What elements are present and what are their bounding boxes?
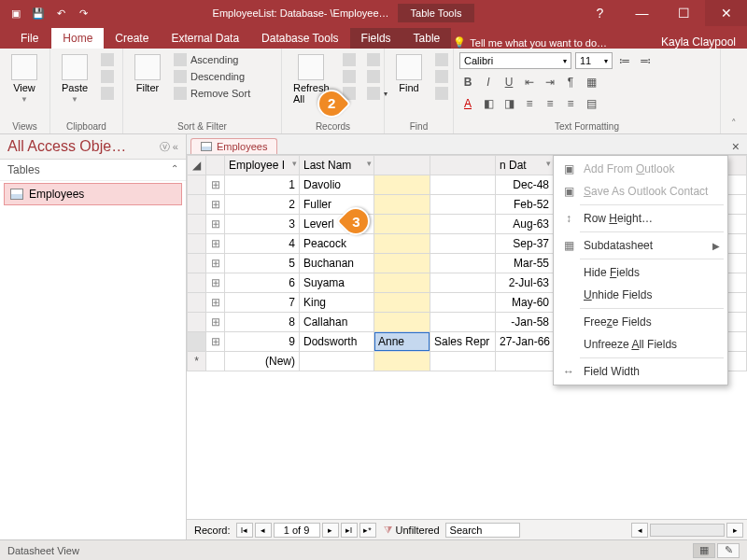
- tab-home[interactable]: Home: [51, 28, 104, 49]
- align-center-button[interactable]: ≡: [542, 95, 558, 112]
- gridlines-button[interactable]: ▦: [583, 74, 599, 91]
- close-button[interactable]: ✕: [705, 0, 747, 26]
- menu-unhide-fields[interactable]: Unhide Fields: [554, 284, 727, 306]
- underline-button[interactable]: U: [500, 74, 517, 91]
- design-view-button[interactable]: ✎: [717, 543, 740, 558]
- replace-button[interactable]: [431, 52, 452, 67]
- menu-unfreeze-fields[interactable]: Unfreeze All Fields: [554, 333, 727, 356]
- menu-row-height[interactable]: ↕Row Height…: [554, 207, 727, 230]
- paste-icon: [62, 54, 88, 80]
- col-last-name[interactable]: Last Nam▾: [300, 156, 374, 175]
- account-name[interactable]: Kayla Claypool: [661, 35, 747, 49]
- cut-icon: [101, 53, 114, 66]
- col-hidden2[interactable]: [430, 156, 496, 175]
- select-button[interactable]: [431, 86, 452, 101]
- find-button[interactable]: Find: [390, 52, 428, 95]
- nav-header[interactable]: All Access Obje… ⓥ «: [0, 134, 186, 160]
- row-height-icon: ↕: [561, 211, 576, 226]
- object-tab-employees[interactable]: Employees: [190, 138, 277, 154]
- view-button[interactable]: View▼: [6, 52, 43, 105]
- tell-me[interactable]: 💡Tell me what you want to do…: [453, 36, 607, 49]
- copy-icon: [101, 70, 114, 83]
- format-painter-button[interactable]: [97, 86, 118, 101]
- record-label: Record:: [190, 525, 234, 536]
- restore-button[interactable]: ☐: [663, 0, 705, 26]
- copy-button[interactable]: [97, 69, 118, 84]
- record-position-input[interactable]: [274, 523, 320, 538]
- font-size-selector[interactable]: 11▾: [575, 52, 613, 69]
- tab-external-data[interactable]: External Data: [160, 28, 250, 49]
- help-button[interactable]: ?: [579, 0, 621, 26]
- refresh-icon: [298, 54, 324, 80]
- col-hidden1[interactable]: [374, 156, 430, 175]
- filter-button[interactable]: Filter: [129, 52, 166, 95]
- save-record-button[interactable]: [339, 69, 359, 84]
- sort-desc-button[interactable]: Descending: [170, 69, 254, 84]
- italic-button[interactable]: I: [480, 74, 497, 91]
- menu-field-width[interactable]: ↔Field Width: [554, 360, 727, 383]
- next-record-button[interactable]: ▸: [322, 523, 339, 538]
- table-icon: [10, 189, 23, 200]
- hscrollbar[interactable]: [650, 524, 725, 537]
- fill-color-button[interactable]: ◧: [480, 95, 497, 112]
- funnel-icon: ⧩: [384, 524, 392, 536]
- first-record-button[interactable]: I◂: [236, 523, 253, 538]
- collapse-ribbon-button[interactable]: ˄: [721, 49, 747, 133]
- row-color-button[interactable]: ▤: [583, 95, 599, 112]
- tab-table[interactable]: Table: [402, 28, 452, 49]
- expand-col[interactable]: [206, 156, 225, 175]
- prev-record-button[interactable]: ◂: [255, 523, 272, 538]
- tab-fields[interactable]: Fields: [350, 28, 402, 49]
- hscroll-right[interactable]: ▸: [726, 523, 743, 538]
- menu-freeze-fields[interactable]: Freeze Fields: [554, 311, 727, 333]
- tab-database-tools[interactable]: Database Tools: [250, 28, 350, 49]
- last-record-button[interactable]: ▸I: [341, 523, 358, 538]
- save-icon[interactable]: 💾: [32, 7, 45, 20]
- remove-sort-button[interactable]: Remove Sort: [170, 86, 254, 101]
- menu-subdatasheet[interactable]: ▦Subdatasheet▶: [554, 234, 727, 257]
- indent-inc-button[interactable]: ⇥: [542, 74, 558, 91]
- col-birth-date[interactable]: n Dat▾: [496, 156, 554, 175]
- indent-dec-button[interactable]: ⇤: [521, 74, 538, 91]
- nav-item-employees[interactable]: Employees: [4, 183, 182, 205]
- align-right-button[interactable]: ≡: [562, 95, 579, 112]
- status-bar: Datasheet View ▦ ✎: [0, 539, 747, 560]
- brush-icon: [101, 87, 114, 100]
- new-icon: [343, 53, 356, 66]
- hscroll-left[interactable]: ◂: [631, 523, 648, 538]
- filter-icon: [134, 54, 161, 80]
- align-left-button[interactable]: ≡: [521, 95, 538, 112]
- new-record-nav-button[interactable]: ▸*: [359, 523, 376, 538]
- menu-hide-fields[interactable]: Hide Fields: [554, 261, 727, 284]
- numbering-button[interactable]: ≕: [637, 52, 654, 69]
- new-record-button[interactable]: [339, 52, 359, 67]
- group-sort-filter: Sort & Filter: [129, 119, 275, 132]
- more-icon: [367, 87, 380, 100]
- datasheet-view-button[interactable]: ▦: [693, 543, 715, 558]
- search-box[interactable]: Search: [445, 523, 520, 538]
- minimize-button[interactable]: —: [621, 0, 663, 26]
- bold-button[interactable]: B: [459, 74, 476, 91]
- nav-section-tables[interactable]: Tables⌃: [0, 160, 186, 181]
- font-selector[interactable]: Calibri▾: [459, 52, 571, 69]
- find-icon: [396, 54, 422, 80]
- undo-icon[interactable]: ↶: [54, 7, 67, 20]
- record-navigator: Record: I◂ ◂ ▸ ▸I ▸* ⧩Unfiltered Search …: [187, 519, 747, 539]
- goto-button[interactable]: [431, 69, 452, 84]
- tab-create[interactable]: Create: [104, 28, 160, 49]
- paste-button[interactable]: Paste▼: [56, 52, 93, 105]
- alt-fill-button[interactable]: ◨: [500, 95, 517, 112]
- col-employee-id[interactable]: Employee I▾: [225, 156, 300, 175]
- select-all[interactable]: ◢: [188, 156, 206, 175]
- font-color-button[interactable]: A: [459, 95, 476, 112]
- ribbon-tabs: File Home Create External Data Database …: [0, 26, 747, 49]
- bullets-button[interactable]: ≔: [616, 52, 633, 69]
- remove-sort-icon: [174, 87, 187, 100]
- sort-asc-button[interactable]: Ascending: [170, 52, 254, 67]
- tab-file[interactable]: File: [7, 28, 51, 49]
- redo-icon[interactable]: ↷: [77, 7, 90, 20]
- ltr-button[interactable]: ¶: [562, 74, 579, 91]
- context-tab-title: Table Tools: [398, 4, 475, 22]
- cut-button[interactable]: [97, 52, 118, 67]
- close-object-button[interactable]: ×: [725, 139, 747, 154]
